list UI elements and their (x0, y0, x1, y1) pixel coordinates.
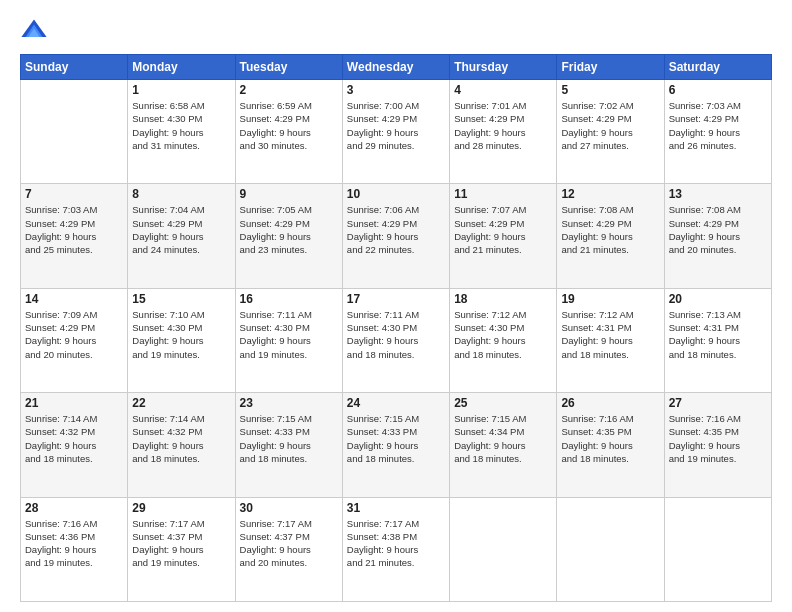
day-cell: 31Sunrise: 7:17 AM Sunset: 4:38 PM Dayli… (342, 497, 449, 601)
day-cell: 7Sunrise: 7:03 AM Sunset: 4:29 PM Daylig… (21, 184, 128, 288)
day-info: Sunrise: 7:14 AM Sunset: 4:32 PM Dayligh… (25, 412, 123, 465)
day-header-tuesday: Tuesday (235, 55, 342, 80)
day-cell: 12Sunrise: 7:08 AM Sunset: 4:29 PM Dayli… (557, 184, 664, 288)
day-info: Sunrise: 7:17 AM Sunset: 4:37 PM Dayligh… (132, 517, 230, 570)
day-info: Sunrise: 7:08 AM Sunset: 4:29 PM Dayligh… (561, 203, 659, 256)
day-cell (664, 497, 771, 601)
day-info: Sunrise: 7:03 AM Sunset: 4:29 PM Dayligh… (669, 99, 767, 152)
day-number: 31 (347, 501, 445, 515)
day-header-friday: Friday (557, 55, 664, 80)
header (20, 16, 772, 44)
day-cell: 4Sunrise: 7:01 AM Sunset: 4:29 PM Daylig… (450, 80, 557, 184)
day-number: 30 (240, 501, 338, 515)
day-info: Sunrise: 7:16 AM Sunset: 4:36 PM Dayligh… (25, 517, 123, 570)
week-row-2: 14Sunrise: 7:09 AM Sunset: 4:29 PM Dayli… (21, 288, 772, 392)
day-cell: 2Sunrise: 6:59 AM Sunset: 4:29 PM Daylig… (235, 80, 342, 184)
day-cell: 16Sunrise: 7:11 AM Sunset: 4:30 PM Dayli… (235, 288, 342, 392)
day-cell: 8Sunrise: 7:04 AM Sunset: 4:29 PM Daylig… (128, 184, 235, 288)
day-info: Sunrise: 7:05 AM Sunset: 4:29 PM Dayligh… (240, 203, 338, 256)
week-row-1: 7Sunrise: 7:03 AM Sunset: 4:29 PM Daylig… (21, 184, 772, 288)
day-info: Sunrise: 7:02 AM Sunset: 4:29 PM Dayligh… (561, 99, 659, 152)
day-info: Sunrise: 7:01 AM Sunset: 4:29 PM Dayligh… (454, 99, 552, 152)
day-info: Sunrise: 7:08 AM Sunset: 4:29 PM Dayligh… (669, 203, 767, 256)
day-info: Sunrise: 7:16 AM Sunset: 4:35 PM Dayligh… (669, 412, 767, 465)
day-number: 11 (454, 187, 552, 201)
day-cell (21, 80, 128, 184)
day-cell (450, 497, 557, 601)
day-header-monday: Monday (128, 55, 235, 80)
day-cell: 15Sunrise: 7:10 AM Sunset: 4:30 PM Dayli… (128, 288, 235, 392)
day-cell: 28Sunrise: 7:16 AM Sunset: 4:36 PM Dayli… (21, 497, 128, 601)
day-info: Sunrise: 7:11 AM Sunset: 4:30 PM Dayligh… (240, 308, 338, 361)
day-cell: 25Sunrise: 7:15 AM Sunset: 4:34 PM Dayli… (450, 393, 557, 497)
day-header-wednesday: Wednesday (342, 55, 449, 80)
day-header-saturday: Saturday (664, 55, 771, 80)
day-cell: 10Sunrise: 7:06 AM Sunset: 4:29 PM Dayli… (342, 184, 449, 288)
day-cell: 5Sunrise: 7:02 AM Sunset: 4:29 PM Daylig… (557, 80, 664, 184)
day-info: Sunrise: 6:59 AM Sunset: 4:29 PM Dayligh… (240, 99, 338, 152)
day-number: 22 (132, 396, 230, 410)
logo (20, 16, 52, 44)
calendar: SundayMondayTuesdayWednesdayThursdayFrid… (20, 54, 772, 602)
day-cell: 22Sunrise: 7:14 AM Sunset: 4:32 PM Dayli… (128, 393, 235, 497)
day-info: Sunrise: 7:15 AM Sunset: 4:33 PM Dayligh… (347, 412, 445, 465)
day-cell: 1Sunrise: 6:58 AM Sunset: 4:30 PM Daylig… (128, 80, 235, 184)
day-info: Sunrise: 7:17 AM Sunset: 4:37 PM Dayligh… (240, 517, 338, 570)
day-info: Sunrise: 7:17 AM Sunset: 4:38 PM Dayligh… (347, 517, 445, 570)
day-cell: 23Sunrise: 7:15 AM Sunset: 4:33 PM Dayli… (235, 393, 342, 497)
day-number: 18 (454, 292, 552, 306)
day-info: Sunrise: 7:13 AM Sunset: 4:31 PM Dayligh… (669, 308, 767, 361)
day-number: 15 (132, 292, 230, 306)
calendar-header-row: SundayMondayTuesdayWednesdayThursdayFrid… (21, 55, 772, 80)
day-info: Sunrise: 7:11 AM Sunset: 4:30 PM Dayligh… (347, 308, 445, 361)
day-number: 27 (669, 396, 767, 410)
day-info: Sunrise: 7:03 AM Sunset: 4:29 PM Dayligh… (25, 203, 123, 256)
day-cell: 30Sunrise: 7:17 AM Sunset: 4:37 PM Dayli… (235, 497, 342, 601)
day-cell: 3Sunrise: 7:00 AM Sunset: 4:29 PM Daylig… (342, 80, 449, 184)
week-row-4: 28Sunrise: 7:16 AM Sunset: 4:36 PM Dayli… (21, 497, 772, 601)
day-cell: 19Sunrise: 7:12 AM Sunset: 4:31 PM Dayli… (557, 288, 664, 392)
day-cell: 13Sunrise: 7:08 AM Sunset: 4:29 PM Dayli… (664, 184, 771, 288)
day-info: Sunrise: 7:07 AM Sunset: 4:29 PM Dayligh… (454, 203, 552, 256)
day-info: Sunrise: 7:06 AM Sunset: 4:29 PM Dayligh… (347, 203, 445, 256)
day-number: 20 (669, 292, 767, 306)
day-number: 6 (669, 83, 767, 97)
day-number: 5 (561, 83, 659, 97)
day-number: 24 (347, 396, 445, 410)
day-number: 29 (132, 501, 230, 515)
day-info: Sunrise: 7:16 AM Sunset: 4:35 PM Dayligh… (561, 412, 659, 465)
day-number: 12 (561, 187, 659, 201)
day-cell: 29Sunrise: 7:17 AM Sunset: 4:37 PM Dayli… (128, 497, 235, 601)
day-number: 25 (454, 396, 552, 410)
day-number: 17 (347, 292, 445, 306)
day-info: Sunrise: 7:00 AM Sunset: 4:29 PM Dayligh… (347, 99, 445, 152)
day-number: 23 (240, 396, 338, 410)
day-number: 16 (240, 292, 338, 306)
logo-icon (20, 16, 48, 44)
day-cell: 26Sunrise: 7:16 AM Sunset: 4:35 PM Dayli… (557, 393, 664, 497)
day-info: Sunrise: 7:15 AM Sunset: 4:34 PM Dayligh… (454, 412, 552, 465)
day-cell: 21Sunrise: 7:14 AM Sunset: 4:32 PM Dayli… (21, 393, 128, 497)
day-number: 3 (347, 83, 445, 97)
day-number: 2 (240, 83, 338, 97)
day-header-thursday: Thursday (450, 55, 557, 80)
day-cell: 6Sunrise: 7:03 AM Sunset: 4:29 PM Daylig… (664, 80, 771, 184)
week-row-0: 1Sunrise: 6:58 AM Sunset: 4:30 PM Daylig… (21, 80, 772, 184)
day-info: Sunrise: 7:04 AM Sunset: 4:29 PM Dayligh… (132, 203, 230, 256)
day-number: 7 (25, 187, 123, 201)
day-number: 9 (240, 187, 338, 201)
day-number: 14 (25, 292, 123, 306)
day-cell: 24Sunrise: 7:15 AM Sunset: 4:33 PM Dayli… (342, 393, 449, 497)
day-number: 1 (132, 83, 230, 97)
page: SundayMondayTuesdayWednesdayThursdayFrid… (0, 0, 792, 612)
day-cell: 17Sunrise: 7:11 AM Sunset: 4:30 PM Dayli… (342, 288, 449, 392)
week-row-3: 21Sunrise: 7:14 AM Sunset: 4:32 PM Dayli… (21, 393, 772, 497)
day-info: Sunrise: 6:58 AM Sunset: 4:30 PM Dayligh… (132, 99, 230, 152)
day-info: Sunrise: 7:14 AM Sunset: 4:32 PM Dayligh… (132, 412, 230, 465)
day-number: 19 (561, 292, 659, 306)
day-number: 4 (454, 83, 552, 97)
day-cell: 11Sunrise: 7:07 AM Sunset: 4:29 PM Dayli… (450, 184, 557, 288)
day-info: Sunrise: 7:12 AM Sunset: 4:31 PM Dayligh… (561, 308, 659, 361)
day-cell: 20Sunrise: 7:13 AM Sunset: 4:31 PM Dayli… (664, 288, 771, 392)
day-number: 21 (25, 396, 123, 410)
